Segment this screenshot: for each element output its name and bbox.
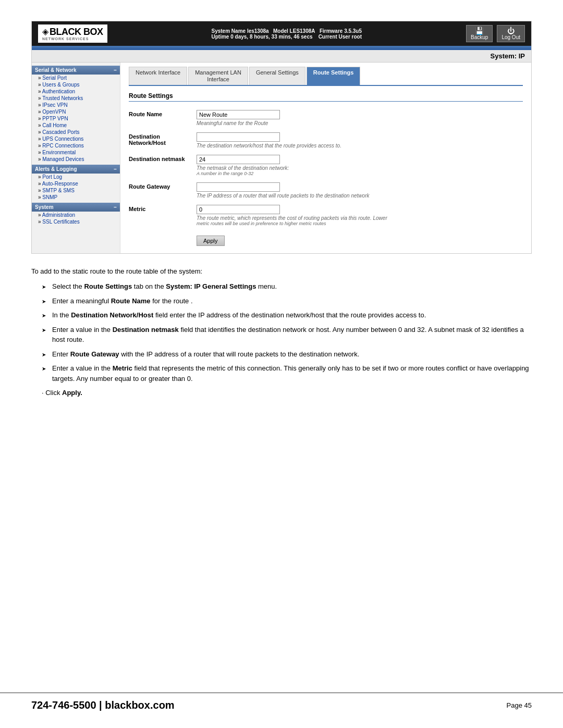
bullet-5: Enter Route Gateway with the IP address … (42, 349, 532, 360)
route-settings-form: Route Name Meaningful name for the Route… (129, 107, 523, 249)
firmware-value: 3.5.3u5 (344, 28, 362, 34)
sidebar-item-ssl-certificates[interactable]: SSL Certificates (32, 218, 120, 225)
metric-field-cell: The route metric, which represents the c… (197, 202, 523, 229)
sidebar-item-port-log[interactable]: Port Log (32, 174, 120, 180)
dest-network-label: Destination Network/Host (129, 129, 197, 152)
firmware-label: Firmware (320, 28, 342, 34)
footer-phone: 724-746-5500 | blackbox.com (31, 699, 175, 711)
uptime-value: 0 days, 8 hours, 33 mins, 46 secs (230, 34, 312, 40)
bold-apply: Apply. (62, 389, 82, 397)
sidebar-section2-label: Alerts & Logging (35, 166, 77, 172)
sidebar: Serial & Network − Serial Port Users & G… (32, 63, 120, 253)
system-ip-title: System: IP (32, 50, 531, 63)
tab-network-interface[interactable]: Network Interface (129, 67, 187, 85)
route-gateway-field-cell: The IP address of a router that will rou… (197, 179, 523, 202)
apply-row: Apply (129, 229, 523, 249)
metric-row: Metric The route metric, which represent… (129, 202, 523, 229)
section-title: Route Settings (129, 92, 523, 102)
dest-network-input[interactable] (197, 132, 280, 142)
sidebar-item-auto-response[interactable]: Auto-Response (32, 180, 120, 187)
sidebar-item-snmp[interactable]: SNMP (32, 194, 120, 201)
route-gateway-label: Route Gateway (129, 179, 197, 202)
sidebar-section-header-serial[interactable]: Serial & Network − (32, 66, 120, 75)
dest-netmask-hint1: The netmask of the destination network: (197, 165, 523, 171)
tab-route-settings[interactable]: Route Settings (307, 67, 361, 85)
sidebar-links-serial: Serial Port Users & Groups Authenticatio… (32, 75, 120, 163)
sidebar-item-serial-port[interactable]: Serial Port (32, 75, 120, 81)
route-name-input[interactable] (197, 110, 280, 119)
sidebar-section-alerts: Alerts & Logging − Port Log Auto-Respons… (32, 165, 120, 201)
tab-general-settings[interactable]: General Settings (249, 67, 305, 85)
route-name-row: Route Name Meaningful name for the Route (129, 107, 523, 129)
sidebar-section-header-system[interactable]: System − (32, 203, 120, 212)
sidebar-item-administration[interactable]: Administration (32, 212, 120, 218)
collapse-icon-3: − (114, 204, 117, 210)
logout-button[interactable]: ⏻ Log Out (497, 25, 525, 42)
footer-page: Page 45 (507, 701, 532, 709)
sidebar-item-pptp-vpn[interactable]: PPTP VPN (32, 115, 120, 122)
dest-network-row: Destination Network/Host The destination… (129, 129, 523, 152)
bold-metric: Metric (113, 364, 132, 372)
sidebar-section-system: System − Administration SSL Certificates (32, 203, 120, 225)
collapse-icon: − (114, 67, 117, 73)
sidebar-item-managed-devices[interactable]: Managed Devices (32, 156, 120, 163)
sidebar-links-system: Administration SSL Certificates (32, 212, 120, 225)
logo-diamond-icon: ◈ (42, 27, 48, 36)
logo-text: BLACK BOX (50, 27, 103, 36)
sidebar-item-users-groups[interactable]: Users & Groups (32, 81, 120, 88)
apply-button[interactable]: Apply (197, 236, 225, 246)
metric-input[interactable] (197, 205, 280, 214)
backup-icon: 💾 (475, 27, 484, 34)
logout-icon: ⏻ (507, 27, 515, 34)
system-info: System Name les1308a Model LES1308A Firm… (118, 28, 456, 40)
dest-netmask-label: Destination netmask (129, 152, 197, 179)
sidebar-item-call-home[interactable]: Call Home (32, 122, 120, 129)
dest-netmask-field-cell: The netmask of the destination network: … (197, 152, 523, 179)
sidebar-section-header-alerts[interactable]: Alerts & Logging − (32, 165, 120, 174)
sidebar-item-openvpn[interactable]: OpenVPN (32, 108, 120, 115)
sidebar-links-alerts: Port Log Auto-Response SMTP & SMS SNMP (32, 174, 120, 201)
logout-label: Log Out (501, 34, 520, 40)
bullet-6: Enter a value in the Metric field that r… (42, 363, 532, 384)
model-label: Model (273, 28, 288, 34)
bold-route-gateway: Route Gateway (70, 350, 119, 358)
metric-hint1: The route metric, which represents the c… (197, 215, 523, 221)
backup-button[interactable]: 💾 Backup (466, 25, 493, 42)
dest-netmask-hint2: A number in the range 0-32 (197, 171, 523, 176)
top-actions: 💾 Backup ⏻ Log Out (466, 25, 525, 42)
sidebar-item-authentication[interactable]: Authentication (32, 88, 120, 95)
dest-network-field-cell: The destination network/host that the ro… (197, 129, 523, 152)
current-user-value: root (352, 34, 362, 40)
route-gateway-row: Route Gateway The IP address of a router… (129, 179, 523, 202)
current-user-label: Current User (319, 34, 350, 40)
bold-dest-network: Destination Network/Host (71, 311, 153, 319)
sidebar-item-rpc-connections[interactable]: RPC Connections (32, 142, 120, 149)
route-gateway-hint: The IP address of a router that will rou… (197, 193, 523, 199)
dest-netmask-input[interactable] (197, 155, 280, 164)
sidebar-item-ipsec-vpn[interactable]: IPsec VPN (32, 102, 120, 108)
bold-route-name: Route Name (111, 297, 151, 305)
footer: 724-746-5500 | blackbox.com Page 45 (0, 693, 563, 718)
logo-subtitle: NETWORK SERVICES (42, 37, 89, 41)
sidebar-item-trusted-networks[interactable]: Trusted Networks (32, 95, 120, 102)
sidebar-section3-label: System (35, 204, 54, 210)
backup-label: Backup (471, 34, 488, 40)
bullet-3: In the Destination Network/Host field en… (42, 310, 532, 320)
sidebar-item-smtp-sms[interactable]: SMTP & SMS (32, 187, 120, 194)
route-name-label: Route Name (129, 107, 197, 129)
bullet-list: Select the Route Settings tab on the Sys… (42, 281, 532, 384)
sidebar-section1-label: Serial & Network (35, 67, 76, 73)
sidebar-item-cascaded-ports[interactable]: Cascaded Ports (32, 129, 120, 135)
tab-management-lan[interactable]: Management LANInterface (188, 67, 248, 85)
route-name-hint: Meaningful name for the Route (197, 120, 523, 126)
model-value: LES1308A (290, 28, 315, 34)
collapse-icon-2: − (114, 166, 117, 172)
system-name-value: les1308a (247, 28, 269, 34)
route-settings-section: Route Settings Route Name Meaningful nam… (129, 92, 523, 249)
bullet-4: Enter a value in the Destination netmask… (42, 325, 532, 345)
bold-system-ip: System: IP General Settings (166, 282, 256, 290)
sidebar-item-ups-connections[interactable]: UPS Connections (32, 135, 120, 142)
sidebar-section-serial-network: Serial & Network − Serial Port Users & G… (32, 66, 120, 163)
route-gateway-input[interactable] (197, 182, 280, 192)
sidebar-item-environmental[interactable]: Environmental (32, 149, 120, 156)
